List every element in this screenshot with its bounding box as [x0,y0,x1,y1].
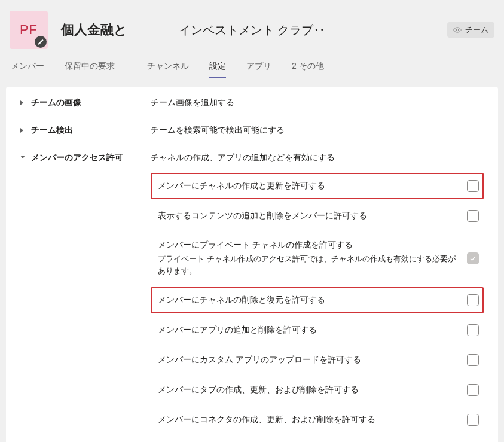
chevron-right-icon[interactable] [20,100,23,105]
team-type-pill[interactable]: チーム [447,22,494,38]
permission-row: メンバーにチャネルの作成と更新を許可する [151,173,484,199]
permissions-desc: チャネルの作成、アプリの追加などを有効にする [151,153,484,163]
permission-label-text: メンバーにプライベート チャネルの作成を許可する [158,240,460,251]
chevron-right-icon[interactable] [20,128,23,133]
permission-label: メンバーにチャネルの削除と復元を許可する [158,295,467,306]
avatar-initials: PF [20,22,38,38]
permission-label: メンバーにコネクタの作成、更新、および削除を許可する [158,414,467,425]
tabs: メンバー 保留中の要求 チャンネル 設定 アプリ 2 その他 [0,61,504,78]
tab-pending[interactable]: 保留中の要求 [65,61,115,77]
permission-label-text: 表示するコンテンツの追加と削除をメンバーに許可する [158,211,460,221]
permission-label: 表示するコンテンツの追加と削除をメンバーに許可する [158,211,467,221]
tab-members[interactable]: メンバー [11,61,44,77]
chevron-down-icon[interactable] [20,156,25,158]
permissions-body: チャネルの作成、アプリの追加などを有効にする メンバーにチャネルの作成と更新を許… [151,153,484,442]
checkbox[interactable] [467,324,479,336]
section-title-permissions[interactable]: メンバーのアクセス許可 [31,153,151,163]
checkbox[interactable] [467,294,479,306]
permission-label-text: メンバーにタブの作成、更新、および削除を許可する [158,385,460,395]
permission-label: メンバーにアプリの追加と削除を許可する [158,325,467,336]
team-header: PF 個人金融と インベストメント クラブ‥ チーム [0,0,504,57]
permission-label-text: メンバーにコネクタの作成、更新、および削除を許可する [158,414,460,425]
permission-row: メンバーにプライベート チャネルの作成を許可するプライベート チャネル作成のアク… [151,233,484,284]
checkbox [467,252,479,264]
section-title-team-image[interactable]: チームの画像 [31,97,151,108]
permission-label-text: メンバーにカスタム アプリのアップロードを許可する [158,355,460,365]
section-team-discovery: チーム検出 チームを検索可能で検出可能にする [6,117,498,144]
section-desc-team-image: チーム画像を追加する [151,97,234,108]
permission-row: メンバーにメッセージを削除するオプションを付与する [151,437,484,442]
permission-label-text: メンバーにチャネルの削除と復元を許可する [158,295,460,306]
permission-label: メンバーにプライベート チャネルの作成を許可するプライベート チャネル作成のアク… [158,240,467,276]
checkbox[interactable] [467,414,479,426]
permission-label: メンバーにチャネルの作成と更新を許可する [158,181,467,191]
checkbox[interactable] [467,210,479,222]
team-avatar[interactable]: PF [10,11,48,49]
team-type-label: チーム [465,25,488,35]
tab-more[interactable]: 2 その他 [292,61,324,77]
permission-row: 表示するコンテンツの追加と削除をメンバーに許可する [151,203,484,229]
section-team-image: チームの画像 チーム画像を追加する [6,89,498,117]
tab-channels[interactable]: チャンネル [147,61,189,77]
checkbox[interactable] [467,180,479,192]
permission-label-text: メンバーにチャネルの作成と更新を許可する [158,181,460,191]
check-icon [469,255,476,262]
tab-settings[interactable]: 設定 [209,61,226,78]
permission-row: メンバーにカスタム アプリのアップロードを許可する [151,347,484,373]
permission-label: メンバーにカスタム アプリのアップロードを許可する [158,355,467,365]
permission-row: メンバーにタブの作成、更新、および削除を許可する [151,377,484,403]
section-title-team-discovery[interactable]: チーム検出 [31,125,151,136]
team-name: 個人金融と [61,21,127,39]
eye-icon [453,26,462,34]
team-subtitle: インベストメント クラブ‥ [179,22,326,38]
permission-sublabel: プライベート チャネル作成のアクセス許可では、チャネルの作成も有効にする必要があ… [158,253,460,276]
section-permissions: メンバーのアクセス許可 チャネルの作成、アプリの追加などを有効にする メンバーに… [6,144,498,442]
settings-panel: チームの画像 チーム画像を追加する チーム検出 チームを検索可能で検出可能にする… [6,87,498,442]
checkbox[interactable] [467,354,479,366]
section-desc-team-discovery: チームを検索可能で検出可能にする [151,125,285,136]
checkbox[interactable] [467,384,479,396]
permission-label-text: メンバーにアプリの追加と削除を許可する [158,325,460,336]
permission-row: メンバーにコネクタの作成、更新、および削除を許可する [151,407,484,433]
permission-label: メンバーにタブの作成、更新、および削除を許可する [158,385,467,395]
edit-avatar-button[interactable] [35,36,47,48]
pencil-icon [38,39,44,45]
permission-row: メンバーにチャネルの削除と復元を許可する [151,287,484,313]
tab-apps[interactable]: アプリ [246,61,271,77]
svg-point-0 [456,29,459,31]
permission-row: メンバーにアプリの追加と削除を許可する [151,317,484,343]
